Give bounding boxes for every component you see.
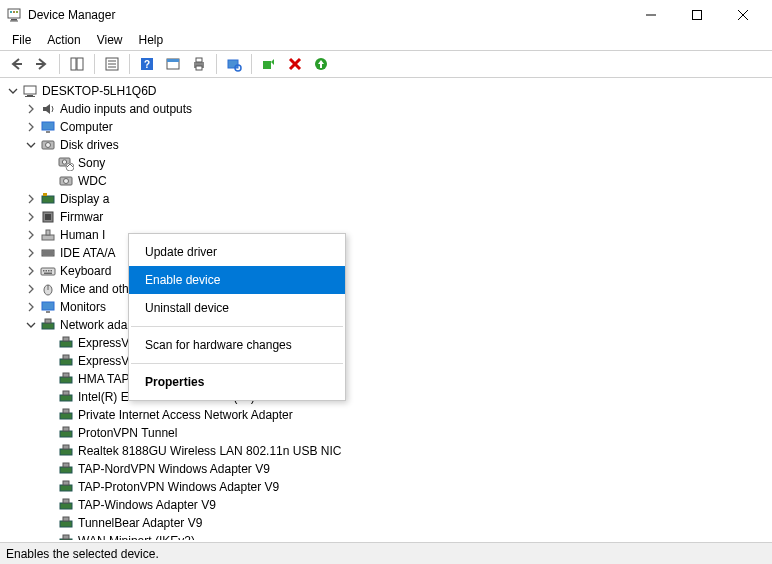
tree-category-monitors[interactable]: Monitors [4,298,772,316]
ctx-enable-device[interactable]: Enable device [129,266,345,294]
svg-rect-84 [60,521,72,527]
tree-device-network-adapter[interactable]: ProtonVPN Tunnel [4,424,772,442]
menu-view[interactable]: View [89,31,131,49]
forward-button[interactable] [30,52,54,76]
tree-device-sony[interactable]: Sony [4,154,772,172]
tree-device-network-adapter[interactable]: HMA TAP-Windows Adapter V9 [4,370,772,388]
svg-rect-68 [60,377,72,383]
chevron-right-icon[interactable] [24,264,38,278]
print-button[interactable] [187,52,211,76]
app-icon [6,7,22,23]
svg-rect-70 [60,395,72,401]
help-button[interactable]: ? [135,52,159,76]
enable-button[interactable] [257,52,281,76]
tree-category-network[interactable]: Network adapters [4,316,772,334]
tree-device-network-adapter[interactable]: WAN Miniport (IKEv2) [4,532,772,540]
tree-device-network-adapter[interactable]: Intel(R) Ethernet Connection (12) I219-V [4,388,772,406]
properties-button[interactable] [100,52,124,76]
chevron-down-icon[interactable] [24,138,38,152]
menu-file[interactable]: File [4,31,39,49]
action-button[interactable] [161,52,185,76]
tree-category-mice[interactable]: Mice and other pointing devices [4,280,772,298]
tree-category-display[interactable]: Display a [4,190,772,208]
back-button[interactable] [4,52,28,76]
ctx-update-driver[interactable]: Update driver [129,238,345,266]
svg-rect-5 [16,11,18,13]
ctx-properties[interactable]: Properties [129,368,345,396]
mouse-icon [40,281,56,297]
svg-rect-77 [63,445,69,449]
ctx-uninstall-device[interactable]: Uninstall device [129,294,345,322]
network-icon [58,353,74,369]
svg-rect-69 [63,373,69,377]
menu-help[interactable]: Help [131,31,172,49]
update-driver-button[interactable] [309,52,333,76]
svg-rect-61 [46,311,50,313]
toolbar: ? [0,50,772,78]
chevron-right-icon[interactable] [24,300,38,314]
tree-category-computer[interactable]: Computer [4,118,772,136]
tree-category-firmware[interactable]: Firmwar [4,208,772,226]
svg-rect-63 [45,319,51,323]
network-icon [58,443,74,459]
tree-device-network-adapter[interactable]: TAP-NordVPN Windows Adapter V9 [4,460,772,478]
network-icon [40,317,56,333]
svg-rect-48 [46,230,50,235]
tree-label: Keyboard [60,262,111,280]
tree-label: Firmwar [60,208,103,226]
menu-action[interactable]: Action [39,31,88,49]
status-text: Enables the selected device. [6,547,159,561]
tree-category-ide[interactable]: IDE ATA/A [4,244,772,262]
svg-rect-71 [63,391,69,395]
monitor-icon [40,299,56,315]
ctx-scan-hardware[interactable]: Scan for hardware changes [129,331,345,359]
tree-category-disk-drives[interactable]: Disk drives [4,136,772,154]
tree-device-network-adapter[interactable]: TAP-Windows Adapter V9 [4,496,772,514]
tree-category-hid[interactable]: Human I [4,226,772,244]
ctx-separator [131,326,343,327]
menubar: File Action View Help [0,30,772,50]
tree-label: WDC [78,172,107,190]
minimize-button[interactable] [628,0,674,30]
tree-device-network-adapter[interactable]: ExpressVPN TUN Driver [4,352,772,370]
tree-device-network-adapter[interactable]: Realtek 8188GU Wireless LAN 802.11n USB … [4,442,772,460]
tree-root[interactable]: DESKTOP-5LH1Q6D [4,82,772,100]
tree-device-network-adapter[interactable]: ExpressVPN TAP Adapter [4,334,772,352]
device-tree[interactable]: DESKTOP-5LH1Q6D Audio inputs and outputs… [0,78,772,540]
svg-rect-34 [42,122,54,130]
chevron-right-icon[interactable] [24,246,38,260]
svg-rect-72 [60,413,72,419]
uninstall-button[interactable] [283,52,307,76]
scan-hardware-button[interactable] [222,52,246,76]
tree-device-network-adapter[interactable]: TAP-ProtonVPN Windows Adapter V9 [4,478,772,496]
chevron-down-icon[interactable] [6,84,20,98]
chevron-right-icon[interactable] [24,282,38,296]
chevron-right-icon[interactable] [24,228,38,242]
tree-category-audio[interactable]: Audio inputs and outputs [4,100,772,118]
chevron-down-icon[interactable] [24,318,38,332]
chevron-right-icon[interactable] [24,210,38,224]
maximize-button[interactable] [674,0,720,30]
svg-rect-81 [63,481,69,485]
close-button[interactable] [720,0,766,30]
chevron-right-icon[interactable] [24,120,38,134]
tree-category-keyboard[interactable]: Keyboard [4,262,772,280]
disk-disabled-icon [58,155,74,171]
network-icon [58,533,74,540]
show-hide-button[interactable] [65,52,89,76]
svg-rect-31 [24,86,36,94]
computer-icon [22,83,38,99]
tree-device-wdc[interactable]: WDC [4,172,772,190]
svg-rect-49 [42,250,54,256]
chevron-right-icon[interactable] [24,192,38,206]
svg-rect-67 [63,355,69,359]
network-icon [58,497,74,513]
tree-device-network-adapter[interactable]: TunnelBear Adapter V9 [4,514,772,532]
svg-rect-82 [60,503,72,509]
tree-label: Audio inputs and outputs [60,100,192,118]
network-icon [58,389,74,405]
tree-device-network-adapter[interactable]: Private Internet Access Network Adapter [4,406,772,424]
keyboard-icon [40,263,56,279]
chevron-right-icon[interactable] [24,102,38,116]
firmware-icon [40,209,56,225]
